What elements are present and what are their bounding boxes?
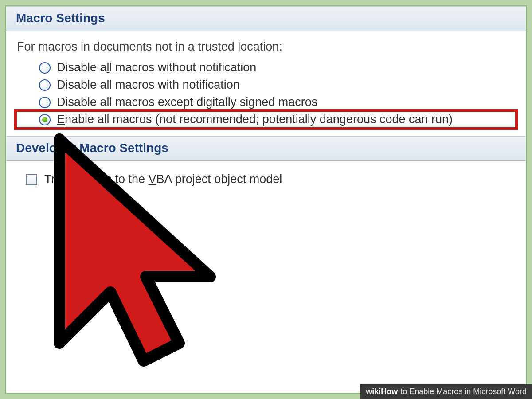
radio-icon[interactable] [39,114,51,125]
macro-option-1[interactable]: Disable all macros with notification [16,76,516,94]
label-part: Trust access to the [44,172,149,186]
macro-option-label: Disable all macros except digitally sign… [57,95,317,109]
macro-intro-text: For macros in documents not in a trusted… [17,40,516,54]
macro-option-label: Disable all macros with notification [57,78,240,92]
label-access-key: E [57,113,65,126]
section-body-macro-settings: For macros in documents not in a trusted… [6,31,526,136]
radio-icon[interactable] [39,97,51,108]
settings-panel: Macro Settings For macros in documents n… [6,6,526,197]
caption-text: to Enable Macros in Microsoft Word [400,387,527,396]
label-part: BA project object model [156,172,282,186]
label-access-key: g [206,95,212,109]
label-part: isable all macros with notification [66,78,240,91]
label-part: Disable all macros except di [57,95,206,109]
label-part: itally signed macros [212,95,317,109]
caption-brand-wiki: wiki [366,387,381,396]
radio-icon[interactable] [39,62,51,74]
section-body-developer-macro-settings: Trust access to the VBA project object m… [6,161,526,197]
section-title: Developer Macro Settings [16,141,168,155]
macro-option-label: Enable all macros (not recommended; pote… [57,113,453,126]
section-header-macro-settings: Macro Settings [6,6,526,31]
dialog-frame: Macro Settings For macros in documents n… [5,5,527,394]
caption-bar: wikiHow to Enable Macros in Microsoft Wo… [360,384,532,399]
macro-option-3[interactable]: Enable all macros (not recommended; pote… [16,111,516,128]
macro-options-group: Disable all macros without notificationD… [16,59,516,128]
macro-option-2[interactable]: Disable all macros except digitally sign… [16,94,516,111]
trust-vba-label: Trust access to the VBA project object m… [44,172,282,186]
section-title: Macro Settings [16,11,105,25]
label-access-key: D [57,78,66,91]
label-access-key: V [149,172,156,186]
radio-icon[interactable] [39,79,51,91]
macro-option-label: Disable all macros without notification [57,61,256,74]
label-part: Disable a [57,61,107,74]
macro-option-0[interactable]: Disable all macros without notification [16,59,516,76]
label-part: l macros without notification [110,61,257,74]
label-part: nable all macros (not recommended; poten… [65,113,453,126]
checkbox-icon[interactable] [26,174,37,185]
section-header-developer-macro-settings: Developer Macro Settings [6,136,526,161]
caption-brand-how: How [381,387,398,396]
trust-vba-checkbox-row[interactable]: Trust access to the VBA project object m… [16,170,516,189]
